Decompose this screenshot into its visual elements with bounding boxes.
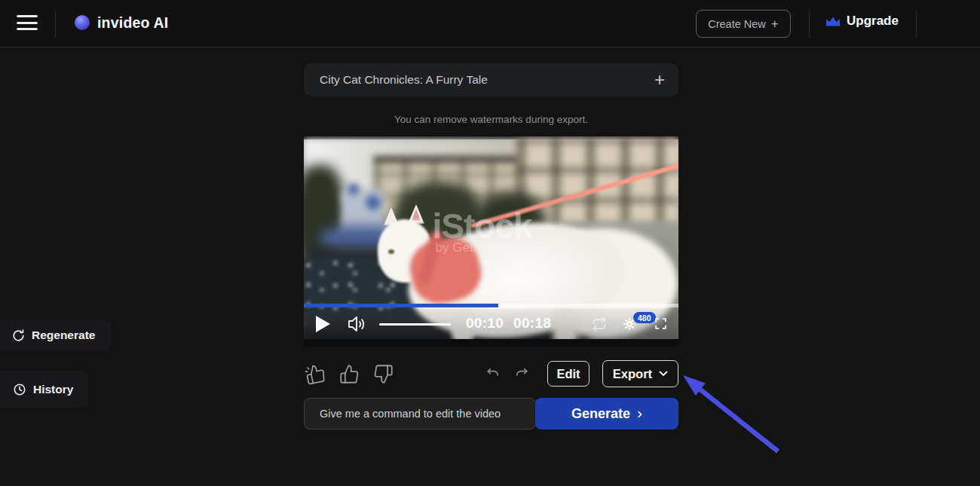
redo-icon[interactable] <box>513 366 530 381</box>
time-display: 00:10 00:18 <box>466 315 551 332</box>
project-title: City Cat Chronicles: A Furry Tale <box>320 73 654 87</box>
thumbs-up-icon[interactable] <box>339 364 360 384</box>
create-new-button[interactable]: Create New + <box>696 10 791 38</box>
progress-fill <box>304 304 498 307</box>
regenerate-button[interactable]: Regenerate <box>0 319 111 351</box>
invideo-app: invideo AI Create New + Upgrade City Cat… <box>0 0 980 486</box>
refresh-icon <box>11 329 26 343</box>
project-title-bar[interactable]: City Cat Chronicles: A Furry Tale + <box>304 63 678 96</box>
repeat-icon[interactable] <box>592 316 607 332</box>
edit-button[interactable]: Edit <box>547 361 590 387</box>
hamburger-menu-icon[interactable] <box>17 15 38 32</box>
video-letterbox <box>304 339 678 347</box>
undo-icon[interactable] <box>485 366 501 381</box>
progress-bar[interactable] <box>304 304 678 307</box>
history-label: History <box>33 383 73 396</box>
player-controls: 00:10 00:18 480 <box>304 309 678 339</box>
upgrade-label: Upgrade <box>847 14 899 29</box>
divider <box>55 10 56 38</box>
upgrade-button[interactable]: Upgrade <box>826 14 899 29</box>
fullscreen-icon[interactable] <box>654 316 668 331</box>
create-new-label: Create New <box>708 18 766 30</box>
clock-icon <box>13 383 26 396</box>
watermark-notice: You can remove watermarks during export. <box>304 114 678 125</box>
divider <box>809 10 810 38</box>
feedback-row: Edit Export <box>304 359 678 390</box>
top-bar: invideo AI Create New + Upgrade <box>0 0 980 47</box>
regenerate-label: Regenerate <box>32 329 95 342</box>
export-label: Export <box>613 367 652 381</box>
volume-slider[interactable] <box>379 323 451 326</box>
duration: 00:18 <box>513 315 551 332</box>
generate-label: Generate <box>571 406 630 422</box>
quality-badge[interactable]: 480 <box>633 312 656 323</box>
invideo-logo-icon[interactable] <box>75 15 90 30</box>
history-button[interactable]: History <box>0 371 89 408</box>
plus-icon: + <box>771 17 779 32</box>
chevron-down-icon <box>659 371 668 377</box>
video-scene-cat-eye <box>388 249 394 254</box>
video-scene-dome <box>366 195 381 210</box>
volume-icon[interactable] <box>348 315 367 333</box>
crown-icon <box>826 17 840 26</box>
brand-title: invideo AI <box>97 14 168 32</box>
generate-button[interactable]: Generate › <box>535 398 678 429</box>
play-button[interactable] <box>316 316 330 332</box>
thumbs-up-strong-icon[interactable] <box>305 364 326 384</box>
divider <box>916 10 917 38</box>
current-time: 00:10 <box>466 315 504 332</box>
video-player[interactable]: iStock by Getty Images 00:10 <box>304 136 678 347</box>
export-button[interactable]: Export <box>602 360 678 387</box>
command-bar: Generate › <box>304 398 678 430</box>
video-scene-dome <box>348 183 360 195</box>
chevron-right-icon: › <box>637 404 642 422</box>
add-icon[interactable]: + <box>654 72 665 87</box>
command-input[interactable] <box>304 398 536 429</box>
thumbs-down-icon[interactable] <box>373 364 394 384</box>
edit-label: Edit <box>556 367 580 381</box>
